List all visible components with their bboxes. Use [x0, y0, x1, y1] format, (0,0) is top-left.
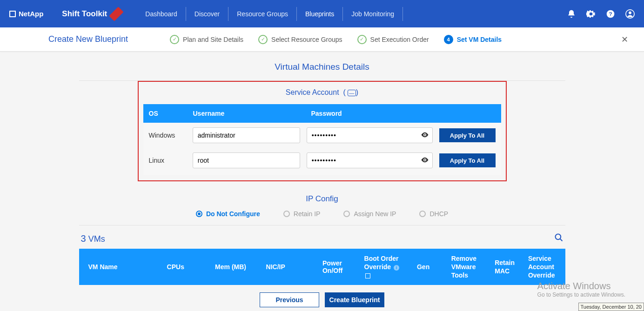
collapse-icon[interactable]: —	[348, 90, 356, 96]
check-icon: ✓	[170, 35, 179, 44]
step-number-icon: 4	[444, 35, 453, 44]
check-icon: ✓	[258, 35, 268, 44]
sa-table-body: Windows Apply To All Linux Apply T	[143, 123, 501, 175]
username-input[interactable]	[193, 127, 300, 143]
eye-icon[interactable]	[421, 156, 429, 166]
sa-table-header: OS Username Password	[143, 104, 501, 123]
nav-dashboard[interactable]: Dashboard	[137, 7, 186, 21]
col-password: Password	[311, 110, 496, 117]
col-service-override: Service Account Override	[523, 254, 565, 280]
radio-do-not-configure[interactable]: Do Not Configure	[196, 210, 260, 218]
search-icon[interactable]	[554, 233, 564, 244]
username-input[interactable]	[193, 152, 300, 168]
step-plan-and-site[interactable]: ✓ Plan and Site Details	[170, 35, 243, 44]
step-select-resource-groups[interactable]: ✓ Select Resource Groups	[258, 35, 342, 44]
page-title: Virtual Machines Details	[79, 62, 565, 72]
sa-row-windows: Windows Apply To All	[143, 123, 501, 148]
wizard-bar: Create New Blueprint ✓ Plan and Site Det…	[0, 27, 644, 52]
os-label: Windows	[149, 132, 186, 139]
col-retain-mac: Retain MAC	[490, 258, 523, 275]
ip-config-title: IP Config	[79, 194, 565, 204]
ip-config-options: Do Not Configure Retain IP Assign New IP…	[79, 210, 565, 218]
nav-job-monitoring[interactable]: Job Monitoring	[342, 7, 402, 21]
toolkit-title: Shift Toolkit	[62, 9, 123, 19]
info-icon[interactable]: i	[394, 265, 399, 271]
eye-icon[interactable]	[421, 131, 429, 141]
brand-name: NetApp	[19, 10, 43, 18]
gear-icon[interactable]	[586, 9, 596, 19]
col-vm-name: VM Name	[79, 263, 162, 271]
service-account-panel: Service Account (—) OS Username Password…	[138, 81, 507, 181]
previous-button[interactable]: Previous	[260, 292, 319, 307]
apply-to-all-button[interactable]: Apply To All	[439, 128, 496, 142]
radio-retain-ip[interactable]: Retain IP	[283, 210, 321, 218]
radio-icon	[283, 211, 290, 217]
col-os: OS	[149, 110, 193, 117]
netapp-logo-icon	[9, 11, 16, 17]
col-nic: NIC/IP	[262, 263, 318, 271]
preview-badge-icon	[109, 7, 124, 21]
help-icon[interactable]: ?	[606, 9, 615, 19]
col-username: Username	[193, 110, 311, 117]
brand-logo: NetApp	[9, 10, 43, 18]
top-nav: NetApp Shift Toolkit Dashboard Discover …	[0, 0, 644, 27]
svg-point-4	[424, 134, 425, 136]
radio-icon	[196, 211, 202, 217]
service-account-table: OS Username Password Windows Apply To Al…	[143, 104, 501, 175]
col-power: Power On/Off	[318, 259, 360, 274]
close-icon[interactable]: ✕	[617, 33, 633, 46]
col-boot-order: Boot Order Override i	[360, 254, 412, 280]
checkbox-icon[interactable]	[365, 273, 370, 278]
svg-text:?: ?	[609, 11, 612, 17]
nav-right: ?	[567, 9, 635, 19]
nav-links: Dashboard Discover Resource Groups Bluep…	[137, 0, 403, 27]
nav-blueprints[interactable]: Blueprints	[296, 7, 342, 21]
apply-to-all-button[interactable]: Apply To All	[439, 153, 496, 167]
svg-line-7	[560, 239, 562, 241]
vm-count: 3 VMs	[81, 233, 105, 244]
step-set-vm-details[interactable]: 4 Set VM Details	[444, 35, 502, 44]
radio-assign-new-ip[interactable]: Assign New IP	[343, 210, 396, 218]
footer-buttons: Previous Create Blueprint	[0, 292, 644, 307]
content: Virtual Machines Details Service Account…	[79, 52, 565, 285]
os-label: Linux	[149, 157, 186, 164]
vms-summary-bar: 3 VMs	[79, 225, 565, 249]
step-set-execution-order[interactable]: ✓ Set Execution Order	[357, 35, 429, 44]
col-remove-tools: Remove VMware Tools	[447, 254, 490, 280]
vm-table-header: VM Name CPUs Mem (MB) NIC/IP Power On/Of…	[79, 249, 565, 285]
svg-point-3	[629, 11, 631, 14]
wizard-title: Create New Blueprint	[48, 34, 128, 44]
bell-icon[interactable]	[567, 9, 576, 19]
service-account-title: Service Account (—)	[143, 88, 501, 97]
col-cpus: CPUs	[162, 263, 211, 271]
svg-point-5	[424, 159, 425, 161]
svg-point-6	[555, 234, 561, 240]
create-blueprint-button[interactable]: Create Blueprint	[325, 292, 384, 307]
col-gen: Gen	[412, 263, 447, 271]
date-tooltip: Tuesday, December 10, 20	[578, 303, 644, 311]
col-mem: Mem (MB)	[210, 263, 261, 271]
radio-icon	[419, 211, 426, 217]
check-icon: ✓	[357, 35, 367, 44]
user-icon[interactable]	[625, 9, 635, 19]
sa-row-linux: Linux Apply To All	[143, 148, 501, 173]
radio-dhcp[interactable]: DHCP	[419, 210, 448, 218]
wizard-steps: ✓ Plan and Site Details ✓ Select Resourc…	[170, 35, 502, 44]
nav-discover[interactable]: Discover	[186, 7, 228, 21]
password-input[interactable]	[307, 152, 433, 168]
password-input[interactable]	[307, 127, 433, 143]
radio-icon	[343, 211, 350, 217]
nav-resource-groups[interactable]: Resource Groups	[228, 7, 296, 21]
